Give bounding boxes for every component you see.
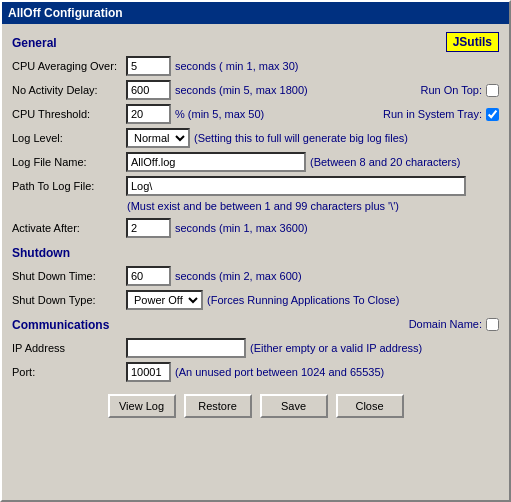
system-tray-label: Run in System Tray: [383,108,482,120]
no-activity-row: No Activity Delay: seconds (min 5, max 1… [12,80,499,100]
cpu-threshold-input[interactable] [126,104,171,124]
activate-hint: seconds (min 1, max 3600) [175,222,308,234]
port-hint: (An unused port between 1024 and 65535) [175,366,384,378]
path-input[interactable] [126,176,466,196]
restore-button[interactable]: Restore [184,394,252,418]
system-tray-checkbox[interactable] [486,108,499,121]
domain-name-right: Domain Name: [409,318,499,331]
system-tray-right: Run in System Tray: [383,108,499,121]
no-activity-label: No Activity Delay: [12,84,122,96]
port-row: Port: (An unused port between 1024 and 6… [12,362,499,382]
jsutils-badge: JSutils [446,32,499,52]
run-on-top-checkbox[interactable] [486,84,499,97]
button-row: View Log Restore Save Close [12,386,499,424]
ip-row: IP Address (Either empty or a valid IP a… [12,338,499,358]
shutdown-section-header: Shutdown [12,246,499,260]
shutdown-time-row: Shut Down Time: seconds (min 2, max 600) [12,266,499,286]
cpu-averaging-input[interactable] [126,56,171,76]
log-level-left: Log Level: Normal Full (Setting this to … [12,128,499,148]
shutdown-time-left: Shut Down Time: seconds (min 2, max 600) [12,266,499,286]
run-on-top-right: Run On Top: [420,84,499,97]
shutdown-time-hint: seconds (min 2, max 600) [175,270,302,282]
ip-label: IP Address [12,342,122,354]
close-button[interactable]: Close [336,394,404,418]
log-file-input[interactable] [126,152,306,172]
cpu-threshold-label: CPU Threshold: [12,108,122,120]
path-hint: (Must exist and be between 1 and 99 char… [127,200,499,212]
shutdown-type-select[interactable]: Power Off Restart Hibernate Suspend [126,290,203,310]
log-level-label: Log Level: [12,132,122,144]
activate-left: Activate After: seconds (min 1, max 3600… [12,218,499,238]
ip-input[interactable] [126,338,246,358]
cpu-threshold-left: CPU Threshold: % (min 5, max 50) [12,104,383,124]
path-left: Path To Log File: [12,176,499,196]
shutdown-type-label: Shut Down Type: [12,294,122,306]
general-section-header: General [12,36,57,50]
cpu-averaging-row: CPU Averaging Over: seconds ( min 1, max… [12,56,499,76]
log-file-left: Log File Name: (Between 8 and 20 charact… [12,152,499,172]
port-left: Port: (An unused port between 1024 and 6… [12,362,499,382]
save-button[interactable]: Save [260,394,328,418]
log-file-label: Log File Name: [12,156,122,168]
cpu-threshold-hint: % (min 5, max 50) [175,108,264,120]
cpu-threshold-row: CPU Threshold: % (min 5, max 50) Run in … [12,104,499,124]
activate-label: Activate After: [12,222,122,234]
no-activity-left: No Activity Delay: seconds (min 5, max 1… [12,80,420,100]
log-level-hint: (Setting this to full will generate big … [194,132,408,144]
no-activity-input[interactable] [126,80,171,100]
content-area: General JSutils CPU Averaging Over: seco… [2,24,509,500]
domain-name-label: Domain Name: [409,318,482,330]
cpu-averaging-hint: seconds ( min 1, max 30) [175,60,299,72]
ip-hint: (Either empty or a valid IP address) [250,342,422,354]
shutdown-type-row: Shut Down Type: Power Off Restart Hibern… [12,290,499,310]
log-file-hint: (Between 8 and 20 characters) [310,156,460,168]
no-activity-hint: seconds (min 5, max 1800) [175,84,308,96]
shutdown-type-left: Shut Down Type: Power Off Restart Hibern… [12,290,499,310]
cpu-averaging-left: CPU Averaging Over: seconds ( min 1, max… [12,56,499,76]
activate-input[interactable] [126,218,171,238]
path-label: Path To Log File: [12,180,122,192]
shutdown-time-label: Shut Down Time: [12,270,122,282]
ip-left: IP Address (Either empty or a valid IP a… [12,338,499,358]
main-window: AllOff Configuration General JSutils CPU… [0,0,511,502]
domain-name-checkbox[interactable] [486,318,499,331]
communications-section-header: Communications [12,318,109,332]
run-on-top-label: Run On Top: [420,84,482,96]
log-file-row: Log File Name: (Between 8 and 20 charact… [12,152,499,172]
log-level-row: Log Level: Normal Full (Setting this to … [12,128,499,148]
communications-header-row: Communications Domain Name: [12,314,499,334]
port-label: Port: [12,366,122,378]
shutdown-time-input[interactable] [126,266,171,286]
view-log-button[interactable]: View Log [108,394,176,418]
title-bar: AllOff Configuration [2,2,509,24]
cpu-averaging-label: CPU Averaging Over: [12,60,122,72]
path-row: Path To Log File: [12,176,499,196]
general-header-row: General JSutils [12,32,499,52]
window-title: AllOff Configuration [8,6,123,20]
shutdown-type-hint: (Forces Running Applications To Close) [207,294,399,306]
port-input[interactable] [126,362,171,382]
activate-row: Activate After: seconds (min 1, max 3600… [12,218,499,238]
log-level-select[interactable]: Normal Full [126,128,190,148]
